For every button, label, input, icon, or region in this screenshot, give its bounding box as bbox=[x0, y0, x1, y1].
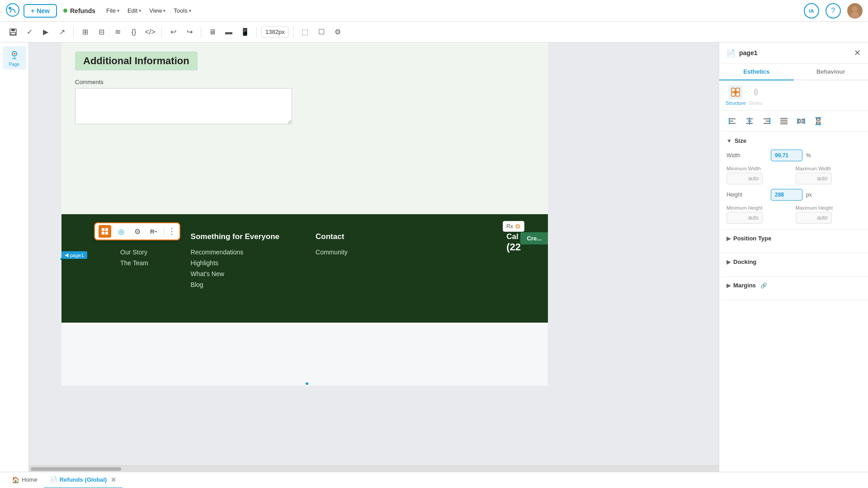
svg-point-2 bbox=[852, 6, 858, 12]
footer-community-link[interactable]: Community bbox=[316, 249, 348, 256]
right-panel: 📄 page1 ✕ Esthetics Behaviour bbox=[719, 42, 868, 472]
width-unit: % bbox=[806, 152, 811, 159]
tab-home[interactable]: 🏠 Home bbox=[5, 472, 44, 488]
code-button[interactable]: {} bbox=[127, 25, 141, 39]
docking-header[interactable]: ▶ Docking bbox=[726, 258, 861, 265]
view-menu[interactable]: View ▾ bbox=[146, 5, 169, 16]
structure-button[interactable] bbox=[728, 85, 743, 99]
element-tool-palette[interactable]: ◎ bbox=[115, 225, 127, 238]
align-distribute-h[interactable] bbox=[794, 114, 808, 128]
styles-button[interactable] bbox=[749, 85, 763, 99]
play-button[interactable]: ▶ bbox=[39, 25, 52, 39]
divider5 bbox=[293, 27, 294, 38]
svg-rect-40 bbox=[816, 122, 820, 124]
element-tool-rx[interactable]: R∞ bbox=[147, 225, 160, 238]
tab-refunds[interactable]: 📄 Refunds (Global) ✕ bbox=[44, 472, 123, 488]
preview-button[interactable]: ☐ bbox=[315, 25, 328, 39]
panel-tabs: Esthetics Behaviour bbox=[719, 64, 868, 80]
align-distribute-v[interactable] bbox=[811, 114, 825, 128]
left-sidebar: Page bbox=[0, 42, 29, 472]
undo-button[interactable]: ↩ bbox=[166, 25, 180, 39]
align-right[interactable] bbox=[760, 114, 774, 128]
canvas-content: Additional Information Comments ◎ ⚙ R∞ ⋮… bbox=[61, 42, 548, 386]
tools-menu[interactable]: Tools ▾ bbox=[170, 5, 194, 16]
panel-close-button[interactable]: ✕ bbox=[854, 48, 861, 58]
panel-header: 📄 page1 ✕ bbox=[719, 42, 868, 64]
comments-textarea[interactable] bbox=[75, 88, 292, 124]
create-button[interactable]: Cre... bbox=[520, 232, 548, 244]
topbar-right: IA ? bbox=[804, 3, 863, 19]
min-height-label: Minimum Height bbox=[726, 205, 792, 211]
footer-something-heading: Something for Everyone bbox=[191, 232, 279, 241]
max-width-input[interactable] bbox=[796, 173, 832, 184]
save-button[interactable] bbox=[6, 25, 20, 39]
size-chevron: ▼ bbox=[726, 138, 732, 144]
footer-whats-new-link[interactable]: What's New bbox=[191, 270, 279, 277]
svg-rect-39 bbox=[816, 118, 820, 120]
min-height-input[interactable] bbox=[726, 212, 763, 224]
align-left[interactable] bbox=[726, 114, 739, 128]
footer-our-story-link[interactable]: Our Story bbox=[120, 249, 155, 256]
tab-close-button[interactable]: ✕ bbox=[111, 476, 116, 483]
footer-something-col: Something for Everyone Recommendations H… bbox=[191, 232, 279, 292]
avatar[interactable] bbox=[847, 3, 863, 19]
components-button[interactable]: ⊞ bbox=[78, 25, 92, 39]
element-tool-sep bbox=[164, 227, 164, 236]
file-menu[interactable]: File ▾ bbox=[103, 5, 123, 16]
position-chevron: ▶ bbox=[726, 235, 731, 242]
section-title: Additional Information bbox=[75, 52, 198, 70]
new-button[interactable]: + New bbox=[24, 4, 57, 18]
layers-button[interactable]: ⊟ bbox=[94, 25, 108, 39]
settings-button[interactable]: ⚙ bbox=[331, 25, 344, 39]
canvas-area: ◀ page1 Additional Information Comments … bbox=[29, 42, 719, 472]
scroll-area bbox=[29, 465, 719, 472]
align-text[interactable] bbox=[777, 114, 791, 128]
refunds-tab-icon: 📄 bbox=[50, 476, 57, 483]
max-height-input[interactable] bbox=[796, 212, 832, 224]
tablet-view[interactable]: ▬ bbox=[222, 25, 236, 39]
height-label: Height bbox=[726, 192, 767, 198]
sidebar-page-icon[interactable]: Page bbox=[3, 46, 26, 70]
height-input[interactable] bbox=[771, 189, 802, 201]
desktop-view[interactable]: 🖥 bbox=[206, 25, 219, 39]
width-minmax-row: Minimum Width Maximum Width bbox=[726, 166, 861, 184]
element-tool-structure[interactable] bbox=[99, 225, 111, 238]
resize-handle-bottom[interactable] bbox=[305, 381, 309, 386]
scroll-thumb[interactable] bbox=[31, 467, 121, 471]
footer-phone: (22 bbox=[506, 241, 521, 253]
svg-rect-11 bbox=[102, 232, 104, 235]
align-center-h[interactable] bbox=[743, 114, 756, 128]
full-width-button[interactable]: ⬚ bbox=[298, 25, 312, 39]
structure-item: Structure bbox=[726, 85, 746, 106]
footer-blog-link[interactable]: Blog bbox=[191, 281, 279, 288]
min-width-input[interactable] bbox=[726, 173, 763, 184]
tab-esthetics[interactable]: Esthetics bbox=[719, 64, 794, 80]
help-button[interactable]: ? bbox=[826, 3, 841, 19]
ia-badge[interactable]: IA bbox=[804, 3, 819, 19]
min-width-col: Minimum Width bbox=[726, 166, 792, 184]
structure-styles-row: Structure Styles bbox=[719, 80, 868, 111]
redo-button[interactable]: ↪ bbox=[183, 25, 196, 39]
size-header[interactable]: ▼ Size bbox=[726, 137, 861, 144]
footer-recommendations-link[interactable]: Recommendations bbox=[191, 249, 279, 256]
min-height-col: Minimum Height bbox=[726, 205, 792, 224]
check-button[interactable]: ✓ bbox=[23, 25, 36, 39]
data-button[interactable]: ≋ bbox=[111, 25, 124, 39]
export-button[interactable]: ↗ bbox=[55, 25, 69, 39]
footer-the-team-link[interactable]: The Team bbox=[120, 259, 155, 267]
html-button[interactable]: </> bbox=[143, 25, 157, 39]
width-input[interactable] bbox=[771, 150, 802, 161]
alignment-row bbox=[719, 111, 868, 132]
margins-header[interactable]: ▶ Margins 🔗 bbox=[726, 282, 861, 289]
max-height-label: Maximum Height bbox=[796, 205, 861, 211]
edit-menu[interactable]: Edit ▾ bbox=[124, 5, 145, 16]
footer-highlights-link[interactable]: Highlights bbox=[191, 259, 279, 267]
svg-rect-10 bbox=[105, 228, 108, 231]
tab-behaviour[interactable]: Behaviour bbox=[794, 64, 868, 80]
height-row: Height px bbox=[726, 189, 861, 201]
mobile-view[interactable]: 📱 bbox=[238, 25, 252, 39]
element-tool-gear[interactable]: ⚙ bbox=[131, 225, 144, 238]
element-tool-more[interactable]: ⋮ bbox=[168, 226, 176, 236]
page-label[interactable]: ◀ page1 bbox=[61, 251, 87, 259]
position-type-header[interactable]: ▶ Position Type bbox=[726, 235, 861, 242]
